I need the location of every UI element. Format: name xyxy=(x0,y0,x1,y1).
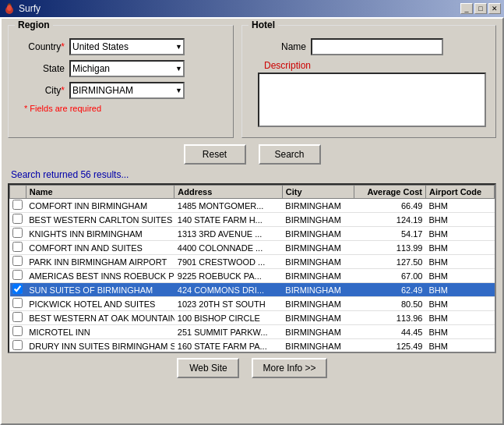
row-airport: BHM xyxy=(425,283,494,297)
row-city: BIRMINGHAM xyxy=(282,297,354,311)
maximize-button[interactable]: □ xyxy=(474,3,487,14)
row-address: 251 SUMMIT PARKW... xyxy=(174,325,283,339)
table-row[interactable]: BEST WESTERN CARLTON SUITES140 STATE FAR… xyxy=(10,213,495,227)
row-name: COMFORT INN BIRMINGHAM xyxy=(26,199,174,213)
row-address: 100 BISHOP CIRCLE xyxy=(174,311,283,325)
hotel-name-label: Name xyxy=(252,41,306,52)
col-check xyxy=(10,186,26,199)
col-airport[interactable]: Airport Code xyxy=(425,186,494,199)
hotel-description-textarea[interactable] xyxy=(258,73,486,127)
row-checkbox-cell[interactable] xyxy=(10,311,26,325)
minimize-button[interactable]: _ xyxy=(460,3,473,14)
row-cost: 54.17 xyxy=(354,227,426,241)
row-checkbox[interactable] xyxy=(12,284,23,294)
app-icon xyxy=(3,2,16,15)
row-name: SUN SUITES OF BIRMINGHAM xyxy=(26,283,174,297)
table-row[interactable]: HOMEWOOD STES BHM S INVERNESS215 INVERNE… xyxy=(10,353,495,354)
row-checkbox-cell[interactable] xyxy=(10,283,26,297)
row-checkbox[interactable] xyxy=(12,326,23,336)
row-name: MICROTEL INN xyxy=(26,325,174,339)
col-name[interactable]: Name xyxy=(26,186,174,199)
col-address[interactable]: Address xyxy=(174,186,283,199)
table-row[interactable]: PARK INN BIRMINGHAM AIRPORT7901 CRESTWOO… xyxy=(10,255,495,269)
table-row[interactable]: MICROTEL INN251 SUMMIT PARKW...BIRMINGHA… xyxy=(10,325,495,339)
row-cost: 67.00 xyxy=(354,269,426,283)
row-airport: BHM xyxy=(425,269,494,283)
row-name: PICKWICK HOTEL AND SUITES xyxy=(26,297,174,311)
table-row[interactable]: COMFORT INN AND SUITES4400 COLONNADE ...… xyxy=(10,241,495,255)
row-checkbox-cell[interactable] xyxy=(10,325,26,339)
row-checkbox-cell[interactable] xyxy=(10,339,26,353)
state-select[interactable]: Michigan Alabama California xyxy=(69,60,185,77)
row-airport: BHM xyxy=(425,255,494,269)
action-buttons-row: Reset Search xyxy=(8,144,496,165)
country-select[interactable]: United States Canada United Kingdom xyxy=(69,38,185,55)
row-cost: 62.49 xyxy=(354,283,426,297)
row-airport: BHM xyxy=(425,199,494,213)
row-checkbox-cell[interactable] xyxy=(10,227,26,241)
row-checkbox[interactable] xyxy=(12,270,23,280)
table-header-row: Name Address City Average Cost Airport C… xyxy=(10,186,495,199)
row-airport: BHM xyxy=(425,227,494,241)
more-info-button[interactable]: More Info >> xyxy=(252,358,326,378)
row-cost: 113.99 xyxy=(354,241,426,255)
row-city: BIRMINGHAM xyxy=(282,199,354,213)
close-button[interactable]: ✕ xyxy=(488,3,501,14)
table-row[interactable]: AMERICAS BEST INNS ROEBUCK P9225 ROEBUCK… xyxy=(10,269,495,283)
table-row[interactable]: KNIGHTS INN BIRMINGHAM1313 3RD AVENUE ..… xyxy=(10,227,495,241)
country-label: Country* xyxy=(18,41,65,52)
row-checkbox[interactable] xyxy=(12,200,23,210)
search-button[interactable]: Search xyxy=(259,144,321,165)
col-city[interactable]: City xyxy=(282,186,354,199)
row-address: 1023 20TH ST SOUTH xyxy=(174,297,283,311)
row-checkbox[interactable] xyxy=(12,228,23,238)
svg-point-1 xyxy=(7,5,12,11)
row-city: BIRMINGHAM xyxy=(282,325,354,339)
row-airport: BHM xyxy=(425,311,494,325)
row-checkbox[interactable] xyxy=(12,298,23,308)
hotel-description-label: Description xyxy=(264,60,311,71)
col-cost[interactable]: Average Cost xyxy=(354,186,426,199)
row-address: 215 INVERNESS CE... xyxy=(174,353,283,354)
hotel-panel: Hotel Name Description xyxy=(241,25,496,138)
hotel-legend: Hotel xyxy=(248,19,278,30)
row-cost: 44.45 xyxy=(354,325,426,339)
table-row[interactable]: SUN SUITES OF BIRMINGHAM424 COMMONS DRI.… xyxy=(10,283,495,297)
row-city: BIRMINGHAM xyxy=(282,311,354,325)
row-checkbox-cell[interactable] xyxy=(10,213,26,227)
row-checkbox[interactable] xyxy=(12,242,23,252)
state-label: State xyxy=(18,63,65,74)
row-checkbox-cell[interactable] xyxy=(10,269,26,283)
table-row[interactable]: COMFORT INN BIRMINGHAM1485 MONTGOMER...B… xyxy=(10,199,495,213)
row-address: 1313 3RD AVENUE ... xyxy=(174,227,283,241)
row-name: DRURY INN SUITES BIRMINGHAM SW xyxy=(26,339,174,353)
row-checkbox-cell[interactable] xyxy=(10,241,26,255)
row-checkbox-cell[interactable] xyxy=(10,255,26,269)
row-checkbox[interactable] xyxy=(12,256,23,266)
table-row[interactable]: PICKWICK HOTEL AND SUITES1023 20TH ST SO… xyxy=(10,297,495,311)
city-select-wrapper[interactable]: BIRMINGHAM DETROIT LANSING xyxy=(69,82,185,99)
state-select-wrapper[interactable]: Michigan Alabama California xyxy=(69,60,185,77)
website-button[interactable]: Web Site xyxy=(177,358,239,378)
row-checkbox-cell[interactable] xyxy=(10,353,26,354)
row-checkbox[interactable] xyxy=(12,214,23,224)
row-checkbox[interactable] xyxy=(12,340,23,350)
row-checkbox[interactable] xyxy=(12,312,23,322)
country-select-wrapper[interactable]: United States Canada United Kingdom xyxy=(69,38,185,55)
results-summary: Search returned 56 results... xyxy=(11,169,496,180)
table-row[interactable]: DRURY INN SUITES BIRMINGHAM SW160 STATE … xyxy=(10,339,495,353)
city-select[interactable]: BIRMINGHAM DETROIT LANSING xyxy=(69,82,185,99)
reset-button[interactable]: Reset xyxy=(184,144,246,165)
row-airport: BHM xyxy=(425,339,494,353)
row-cost: 125.49 xyxy=(354,339,426,353)
results-table-container[interactable]: Name Address City Average Cost Airport C… xyxy=(8,183,496,353)
table-row[interactable]: BEST WESTERN AT OAK MOUNTAIN100 BISHOP C… xyxy=(10,311,495,325)
row-address: 140 STATE FARM H... xyxy=(174,213,283,227)
row-city: BIRMINGHAM xyxy=(282,339,354,353)
row-checkbox-cell[interactable] xyxy=(10,297,26,311)
row-checkbox-cell[interactable] xyxy=(10,199,26,213)
row-address: 9225 ROEBUCK PA... xyxy=(174,269,283,283)
main-window: Region Country* United States Canada Uni… xyxy=(0,17,504,425)
row-name: BEST WESTERN CARLTON SUITES xyxy=(26,213,174,227)
hotel-name-input[interactable] xyxy=(311,38,443,55)
